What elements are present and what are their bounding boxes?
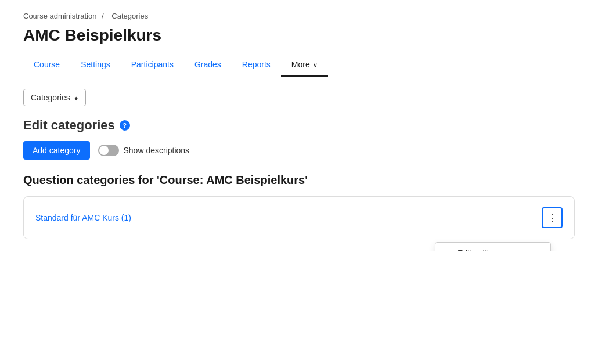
dropdown-label: Categories (31, 93, 70, 102)
nav-tabs: Course Settings Participants Grades Repo… (23, 54, 575, 77)
categories-list: Standard für AMC Kurs (1) ⋮ ✏ Edit setti… (23, 196, 575, 239)
dropdown-arrow-icon: ⬧ (74, 93, 78, 102)
actions-row: Add category Show descriptions (23, 141, 575, 160)
breadcrumb: Course administration / Categories (23, 12, 575, 20)
breadcrumb-parent[interactable]: Course administration (23, 12, 96, 20)
breadcrumb-current: Categories (111, 12, 148, 20)
page-container: Course administration / Categories AMC B… (0, 0, 598, 251)
help-icon[interactable]: ? (120, 120, 130, 131)
tab-reports[interactable]: Reports (232, 54, 281, 77)
page-title: AMC Beispielkurs (23, 26, 575, 45)
toggle-wrapper: Show descriptions (98, 145, 190, 156)
toggle-label: Show descriptions (124, 146, 190, 155)
tab-settings[interactable]: Settings (70, 54, 121, 77)
question-section-title: Question categories for 'Course: AMC Bei… (23, 174, 575, 187)
categories-dropdown[interactable]: Categories ⬧ (23, 89, 86, 106)
toolbar-row: Categories ⬧ (23, 89, 575, 106)
tab-course[interactable]: Course (23, 54, 70, 77)
kebab-icon: ⋮ (547, 211, 557, 224)
category-item: Standard für AMC Kurs (1) ⋮ ✏ Edit setti… (24, 197, 574, 239)
edit-settings-label: Edit settings (457, 248, 502, 251)
chevron-down-icon: ∨ (311, 62, 318, 69)
tab-participants[interactable]: Participants (121, 54, 184, 77)
kebab-menu-button[interactable]: ⋮ (542, 207, 563, 228)
edit-icon: ✏ (445, 248, 452, 251)
breadcrumb-separator: / (102, 12, 104, 20)
category-link[interactable]: Standard für AMC Kurs (1) (35, 213, 131, 222)
show-descriptions-toggle[interactable] (98, 145, 119, 156)
tab-more[interactable]: More ∨ (281, 54, 328, 77)
tab-grades[interactable]: Grades (184, 54, 232, 77)
edit-settings-item[interactable]: ✏ Edit settings (435, 243, 550, 251)
section-title: Edit categories ? (23, 118, 575, 133)
add-category-button[interactable]: Add category (23, 141, 90, 160)
edit-section: Edit categories ? Add category Show desc… (23, 118, 575, 160)
context-menu: ✏ Edit settings ⬇ Export as Moodle XML (435, 242, 551, 251)
